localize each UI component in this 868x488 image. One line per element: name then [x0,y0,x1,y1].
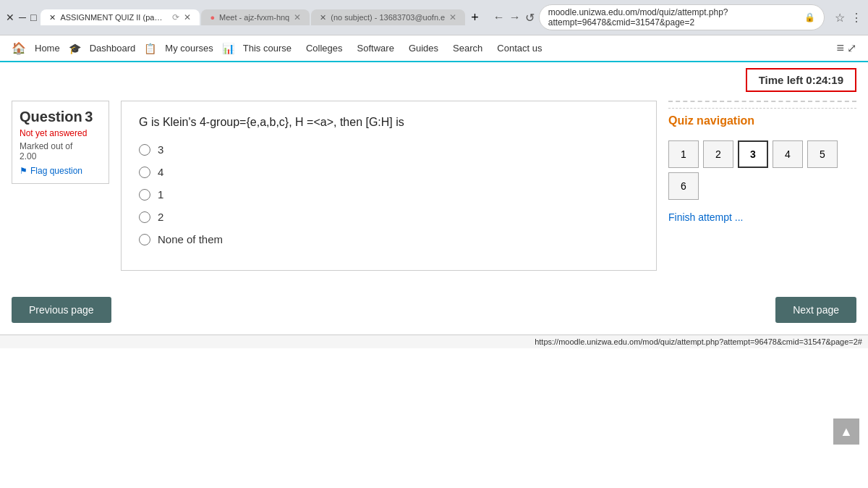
previous-page-button[interactable]: Previous page [12,297,111,323]
timer-box: Time left 0:24:19 [746,68,856,92]
status-bar: https://moodle.unizwa.edu.om/mod/quiz/at… [0,335,868,348]
nav-home[interactable]: Home [29,40,66,56]
nav-btn-4[interactable]: 4 [773,140,803,168]
radio-option-4[interactable] [139,167,150,178]
tab-close-email[interactable]: ✕ [449,12,456,22]
menu-button[interactable]: ⋮ [851,11,862,25]
flag-icon: ⚑ [20,166,27,176]
nav-btn-5[interactable]: 5 [807,140,838,168]
option-2-label: 2 [158,211,163,223]
nav-search[interactable]: Search [447,40,488,56]
nav-btn-6[interactable]: 6 [668,172,699,200]
bottom-navigation: Previous page Next page [0,285,868,335]
option-2[interactable]: 2 [139,211,639,223]
nav-colleges[interactable]: Colleges [300,40,349,56]
bookmark-button[interactable]: ☆ [835,11,845,25]
marked-out-label: Marked out of 2.00 [20,141,101,161]
option-3-label: 3 [158,143,163,156]
radio-option-none[interactable] [139,234,150,245]
browser-chrome: ✕ ─ □ ✕ ASSIGNMENT QUIZ II (page 3 of ⟳ … [0,0,868,35]
question-status: Not yet answered [20,128,101,138]
tab-label: ASSIGNMENT QUIZ II (page 3 of [60,13,165,22]
this-course-icon: 📊 [222,43,234,54]
browser-tabs: ✕ ASSIGNMENT QUIZ II (page 3 of ⟳ ✕ ● Me… [41,9,482,25]
tab-close-quiz[interactable]: ✕ [184,12,191,22]
timer-text: Time left 0:24:19 [759,74,843,86]
address-bar[interactable]: moodle.unizwa.edu.om/mod/quiz/attempt.ph… [539,4,825,30]
nav-btn-3[interactable]: 3 [738,140,768,168]
window-controls[interactable]: ✕ ─ □ [6,12,36,23]
nav-this-course[interactable]: This course [237,40,297,56]
nav-dashboard[interactable]: Dashboard [84,40,142,56]
nav-guides[interactable]: Guides [403,40,444,56]
option-1-label: 1 [158,188,163,201]
flag-label: Flag question [30,166,82,176]
question-sidebar: Question 3 Not yet answered Marked out o… [12,101,109,271]
option-1[interactable]: 1 [139,188,639,201]
question-content-box: G is Klein's 4-group={e,a,b,c}, H =<a>, … [121,101,657,271]
lock-icon: 🔒 [804,12,815,22]
tab-label-meet: Meet - ajz-fvxm-hnq [219,13,289,22]
radio-option-3[interactable] [139,144,150,156]
question-text: G is Klein's 4-group={e,a,b,c}, H =<a>, … [139,116,639,129]
finish-attempt-link[interactable]: Finish attempt ... [668,211,743,223]
tab-close-meet[interactable]: ✕ [294,12,301,22]
tab-reload-icon[interactable]: ⟳ [172,12,179,22]
reload-button[interactable]: ↺ [525,11,535,25]
question-number-label: Question 3 [20,109,101,125]
option-3[interactable]: 3 [139,143,639,156]
tab-email[interactable]: ✕ (no subject) - 13683703@uofn.e ✕ [311,9,465,25]
next-page-button[interactable]: Next page [775,297,856,323]
question-number: 3 [85,109,93,125]
navbar: 🏠 Home 🎓 Dashboard 📋 My courses 📊 This c… [0,35,868,62]
question-label: Question [20,109,82,125]
browser-controls: ☆ ⋮ [835,11,862,25]
nav-contact[interactable]: Contact us [491,40,548,56]
tab-favicon-email: ✕ [320,13,326,22]
nav-btn-2[interactable]: 2 [703,140,733,168]
marked-label-text: Marked out of [20,141,72,151]
tab-quiz[interactable]: ✕ ASSIGNMENT QUIZ II (page 3 of ⟳ ✕ [41,9,200,25]
home-icon: 🏠 [12,41,26,55]
right-panel: Quiz navigation 1 2 3 4 5 6 Finish attem… [668,101,856,271]
expand-icon[interactable]: ⤢ [847,41,856,56]
nav-btn-1[interactable]: 1 [668,140,699,168]
courses-icon: 📋 [144,43,156,54]
timer-area: Time left 0:24:19 [0,62,868,98]
quiz-nav-buttons: 1 2 3 4 5 6 [668,140,856,200]
answer-options: 3 4 1 2 None of them [139,143,639,245]
question-info-box: Question 3 Not yet answered Marked out o… [12,101,109,184]
nav-right-icons: ≡ ⤢ [836,41,856,56]
marked-value: 2.00 [20,151,36,161]
grid-icon[interactable]: ≡ [836,41,844,56]
tab-meet[interactable]: ● Meet - ajz-fvxm-hnq ✕ [201,9,310,25]
main-layout: Question 3 Not yet answered Marked out o… [0,98,868,271]
dashboard-icon: 🎓 [69,43,81,54]
flag-question[interactable]: ⚑ Flag question [20,166,101,176]
tab-label-email: (no subject) - 13683703@uofn.e [331,13,445,22]
option-4-label: 4 [158,166,163,178]
option-none-label: None of them [158,233,223,245]
radio-option-1[interactable] [139,189,150,201]
status-url: https://moodle.unizwa.edu.om/mod/quiz/at… [535,337,862,346]
nav-my-courses[interactable]: My courses [159,40,218,56]
quiz-nav-section: Quiz navigation 1 2 3 4 5 6 Finish attem… [668,101,856,223]
tab-favicon-meet: ● [210,13,215,22]
radio-option-2[interactable] [139,211,150,223]
nav-software[interactable]: Software [352,40,400,56]
option-4[interactable]: 4 [139,166,639,178]
option-none[interactable]: None of them [139,233,639,245]
tab-favicon: ✕ [49,13,56,22]
address-text: moodle.unizwa.edu.om/mod/quiz/attempt.ph… [548,7,804,28]
forward-button[interactable]: → [509,11,521,24]
new-tab-button[interactable]: + [467,10,483,25]
quiz-nav-title: Quiz navigation [668,108,856,132]
back-button[interactable]: ← [493,11,505,24]
